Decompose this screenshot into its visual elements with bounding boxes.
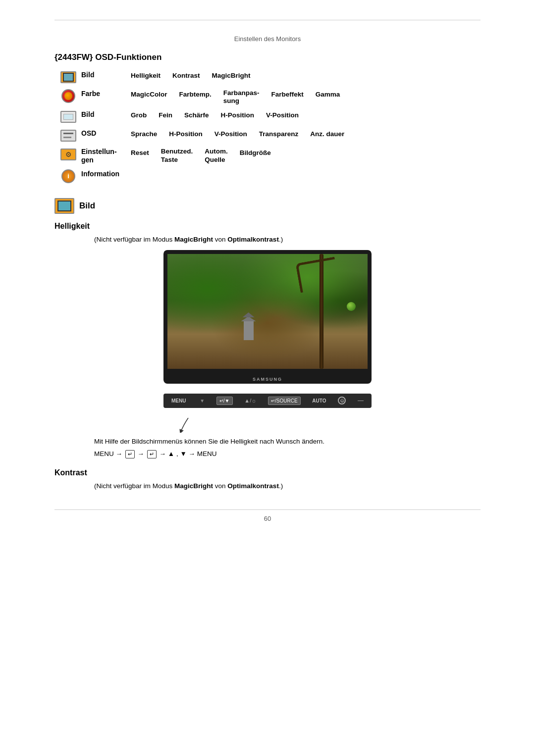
monitor-screen: [167, 254, 368, 369]
osd-item: MagicColor: [131, 89, 167, 105]
osd-item: Bildgröße: [240, 148, 271, 163]
monitor-controls-bar: MENU ▼ ↵/▼ ▲/☼ ↵/SOURCE AUTO ⏻ —: [163, 394, 372, 408]
osd-label-osd: OSD: [81, 129, 131, 138]
helligkeit-note: (Nicht verfügbar im Modus MagicBright vo…: [94, 236, 481, 243]
osd-item: Autom.Quelle: [205, 148, 228, 163]
osd-item: H-Position: [221, 110, 255, 121]
osd-icon-graphic: [60, 130, 76, 142]
ctrl-btn2: ↵/SOURCE: [268, 397, 301, 405]
osd-label-bild: Bild: [81, 70, 131, 79]
osd-items-bild2: Grob Fein Schärfe H-Position V-Position: [131, 110, 481, 121]
page-number: 60: [264, 515, 271, 522]
osd-item: Farbtemp.: [179, 89, 212, 105]
enter-symbol1: ↵: [125, 450, 135, 458]
bild-icon-graphic: [60, 71, 76, 83]
osd-item: Kontrast: [172, 70, 200, 81]
osd-item: H-Position: [169, 129, 203, 140]
menu-label: MENU: [171, 398, 186, 403]
osd-row-bild2: Bild Grob Fein Schärfe H-Position V-Posi…: [59, 110, 481, 124]
info-icon: i: [59, 169, 77, 183]
bild-large-icon: [54, 198, 74, 214]
helligkeit-description: Mit Hilfe der Bildschirmmenüs können Sie…: [94, 438, 481, 445]
osd-item: Transparenz: [259, 129, 299, 140]
osd-label-farbe: Farbe: [81, 89, 131, 98]
osd-table: Bild Helligkeit Kontrast MagicBright Far…: [59, 70, 481, 183]
osd-items-osd: Sprache H-Position V-Position Transparen…: [131, 129, 481, 140]
page-header: Einstellen des Monitors: [54, 35, 481, 43]
monitor-display: SAMSUNG: [163, 250, 372, 384]
osd-row-bild: Bild Helligkeit Kontrast MagicBright: [59, 70, 481, 84]
osd-row-farbe: Farbe MagicColor Farbtemp. Farbanpas-sun…: [59, 89, 481, 105]
osd-items-einst: Reset Benutzed.Taste Autom.Quelle Bildgr…: [131, 148, 481, 163]
bild-section-header: Bild: [54, 198, 481, 214]
arrow-annotation: [163, 418, 372, 433]
pagoda: [244, 320, 254, 340]
osd-items-farbe: MagicColor Farbtemp. Farbanpas-sung Farb…: [131, 89, 481, 105]
osd-item: Fein: [159, 110, 172, 121]
osd-item: Sprache: [131, 129, 157, 140]
ctrl-sep1: ▲/☼: [244, 398, 256, 403]
osd-item: Farbeffekt: [271, 89, 304, 105]
osd-item: Helligkeit: [131, 70, 160, 81]
ctrl-btn1: ↵/▼: [216, 397, 233, 405]
power-button: ⏻: [338, 397, 346, 404]
section-title: {2443FW} OSD-Funktionen: [54, 52, 481, 62]
osd-row-einst: ⚙ Einstellun-gen Reset Benutzed.Taste Au…: [59, 148, 481, 164]
einst-icon: ⚙: [59, 148, 77, 161]
einst-icon-graphic: ⚙: [60, 149, 76, 160]
helligkeit-title: Helligkeit: [54, 222, 481, 231]
auto-label: AUTO: [312, 398, 326, 403]
osd-row-info: i Information: [59, 169, 481, 183]
osd-label-einst: Einstellun-gen: [81, 148, 131, 164]
kontrast-section: Kontrast (Nicht verfügbar im Modus Magic…: [54, 468, 481, 490]
osd-item: MagicBright: [212, 70, 251, 81]
info-icon-graphic: i: [61, 169, 75, 183]
samsung-logo: SAMSUNG: [253, 377, 282, 382]
osd-item: Gamma: [316, 89, 340, 105]
bild-icon: [59, 70, 77, 84]
garden-background: [167, 254, 368, 369]
farbe-icon: [59, 89, 77, 103]
enter-symbol2: ↵: [147, 450, 157, 458]
osd-item: V-Position: [214, 129, 247, 140]
bild2-icon-graphic: [60, 111, 76, 123]
top-rule: [54, 20, 481, 20]
osd-item: Farbanpas-sung: [223, 89, 260, 105]
osd-icon: [59, 129, 77, 143]
osd-item: Grob: [131, 110, 147, 121]
osd-row-osd: OSD Sprache H-Position V-Position Transp…: [59, 129, 481, 143]
bild-section-title: Bild: [79, 201, 95, 211]
helligkeit-menu-path: MENU → ↵ → ↵ → ▲ , ▼ → MENU: [94, 450, 481, 458]
osd-label-info: Information: [81, 169, 131, 178]
kontrast-note: (Nicht verfügbar im Modus MagicBright vo…: [94, 482, 481, 490]
osd-item: Anz. dauer: [310, 129, 344, 140]
farbe-icon-graphic: [61, 89, 75, 103]
dash-symbol: —: [358, 397, 364, 404]
osd-item: Benutzed.Taste: [161, 148, 193, 163]
osd-item: Reset: [131, 148, 149, 163]
page-footer: 60: [54, 509, 481, 522]
bild2-icon: [59, 110, 77, 124]
osd-item: V-Position: [266, 110, 299, 121]
kontrast-title: Kontrast: [54, 468, 481, 477]
osd-label-bild2: Bild: [81, 110, 131, 119]
osd-item: Schärfe: [184, 110, 209, 121]
osd-items-bild: Helligkeit Kontrast MagicBright: [131, 70, 481, 81]
